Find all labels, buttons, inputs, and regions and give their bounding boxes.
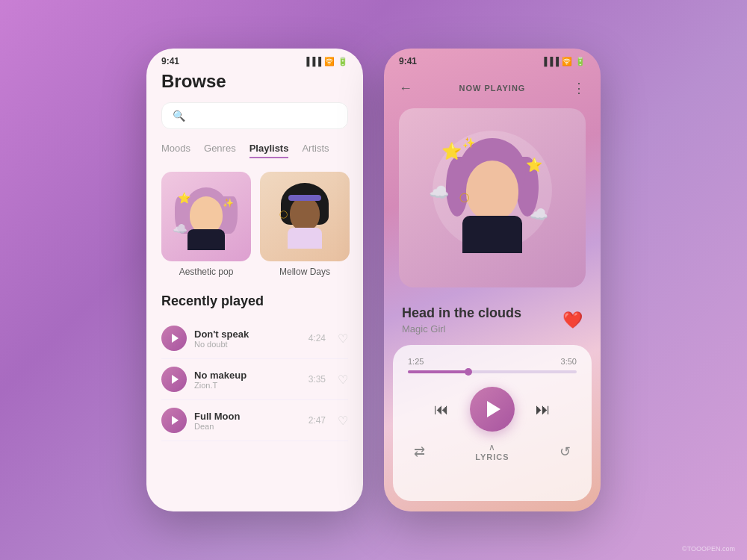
like-button-1[interactable]: ♡ xyxy=(338,332,348,346)
girl-illustration-1: ⭐ ✨ ☁️ xyxy=(169,175,244,258)
star-icon-2: ✨ xyxy=(223,198,234,208)
play-icon xyxy=(172,416,179,425)
favorite-button[interactable]: ❤️ xyxy=(562,311,583,330)
more-options-button[interactable]: ⋮ xyxy=(572,80,586,96)
album-girl-illustration: ⭐ ⭐ ✨ ☁️ ☁️ ◯ xyxy=(425,116,560,280)
earring-icon: ◯ xyxy=(279,210,288,218)
shuffle-button[interactable]: ⇄ xyxy=(414,444,425,460)
playlist-cards: ⭐ ✨ ☁️ Aesthetic pop ◯ xyxy=(161,172,348,277)
fast-forward-button[interactable]: ⏭ xyxy=(536,401,551,418)
progress-bar[interactable] xyxy=(408,370,577,373)
status-bar-browse: 9:41 ▐▐▐ 🛜 🔋 xyxy=(146,49,363,71)
star-icon-large-2: ⭐ xyxy=(526,157,542,173)
track-list: Don't speak No doubt 4:24 ♡ No makeup Zi… xyxy=(161,318,348,441)
playback-controls: ⏮ ⏭ xyxy=(408,387,577,432)
song-artist: Magic Girl xyxy=(402,323,521,335)
status-bar-np: 9:41 ▐▐▐ 🛜 🔋 xyxy=(384,49,601,71)
cloud-icon-large-1: ☁️ xyxy=(429,183,449,202)
lyrics-label: LYRICS xyxy=(475,452,509,461)
chevron-up-icon: ∧ xyxy=(489,442,495,452)
status-time: 9:41 xyxy=(161,56,179,66)
progress-fill xyxy=(408,370,468,373)
track-duration: 3:35 xyxy=(309,374,326,385)
browse-phone: 9:41 ▐▐▐ 🛜 🔋 Browse 🔍 Moods Genres Playl… xyxy=(146,49,363,511)
tab-artists[interactable]: Artists xyxy=(302,143,329,158)
np-wifi-icon: 🛜 xyxy=(562,57,572,66)
np-battery-icon: 🔋 xyxy=(575,57,586,66)
status-icons: ▐▐▐ 🛜 🔋 xyxy=(304,57,348,66)
star-icon-large-1: ⭐ xyxy=(441,142,462,161)
playlist-card-aesthetic-pop[interactable]: ⭐ ✨ ☁️ Aesthetic pop xyxy=(161,172,251,277)
track-duration: 4:24 xyxy=(309,333,326,343)
play-large-icon xyxy=(487,401,500,417)
recently-played-title: Recently played xyxy=(161,293,348,309)
playlist-name-2: Mellow Days xyxy=(279,267,330,277)
tab-playlists[interactable]: Playlists xyxy=(249,143,289,158)
play-button-1[interactable] xyxy=(161,326,187,351)
album-art: ⭐ ⭐ ✨ ☁️ ☁️ ◯ xyxy=(399,108,586,287)
time-total: 3:50 xyxy=(561,357,577,366)
track-artist: Zion.T xyxy=(194,381,301,390)
track-info-1: Don't speak No doubt xyxy=(194,329,301,349)
cloud-icon-1: ☁️ xyxy=(173,222,187,236)
cloud-icon-large-2: ☁️ xyxy=(530,205,548,223)
play-button-2[interactable] xyxy=(161,367,187,392)
track-row: Full Moon Dean 2:47 ♡ xyxy=(161,400,348,441)
battery-icon: 🔋 xyxy=(338,57,348,66)
play-button-3[interactable] xyxy=(161,408,187,433)
track-name: Full Moon xyxy=(194,411,301,422)
repeat-button[interactable]: ↺ xyxy=(560,444,571,460)
track-name: No makeup xyxy=(194,370,301,381)
np-header: ← NOW PLAYING ⋮ xyxy=(384,71,601,101)
song-details: Head in the clouds Magic Girl xyxy=(402,305,521,335)
like-button-3[interactable]: ♡ xyxy=(338,414,348,428)
playlist-name-1: Aesthetic pop xyxy=(179,267,234,277)
playlist-thumbnail-2: ◯ xyxy=(260,172,350,261)
like-button-2[interactable]: ♡ xyxy=(338,373,348,387)
track-info-3: Full Moon Dean xyxy=(194,411,301,431)
track-row: No makeup Zion.T 3:35 ♡ xyxy=(161,359,348,400)
np-content: 9:41 ▐▐▐ 🛜 🔋 ← NOW PLAYING ⋮ ⭐ ⭐ xyxy=(384,49,601,511)
girl-illustration-2: ◯ xyxy=(267,175,342,258)
lyrics-button[interactable]: ∧ LYRICS xyxy=(475,442,509,461)
wifi-icon: 🛜 xyxy=(324,57,335,66)
time-row: 1:25 3:50 xyxy=(408,357,577,366)
track-artist: No doubt xyxy=(194,340,301,349)
star-icon-large-3: ✨ xyxy=(462,137,475,149)
song-title: Head in the clouds xyxy=(402,305,521,321)
time-current: 1:25 xyxy=(408,357,424,366)
track-name: Don't speak xyxy=(194,329,301,340)
np-screen-title: NOW PLAYING xyxy=(459,84,526,93)
playlist-thumbnail-1: ⭐ ✨ ☁️ xyxy=(161,172,251,261)
playlist-card-mellow-days[interactable]: ◯ Mellow Days xyxy=(260,172,350,277)
bottom-controls: ⇄ ∧ LYRICS ↺ xyxy=(408,442,577,461)
watermark: ©TOOOPEN.com xyxy=(682,545,735,553)
search-icon: 🔍 xyxy=(173,110,185,122)
track-duration: 2:47 xyxy=(309,415,326,426)
play-pause-button[interactable] xyxy=(470,387,515,432)
tab-genres[interactable]: Genres xyxy=(204,143,236,158)
song-info: Head in the clouds Magic Girl ❤️ xyxy=(384,295,601,337)
progress-thumb xyxy=(465,368,472,376)
play-icon xyxy=(172,334,179,343)
star-icon-1: ⭐ xyxy=(178,192,190,204)
search-bar[interactable]: 🔍 xyxy=(161,102,348,129)
earring-icon-large: ◯ xyxy=(459,192,469,202)
play-icon xyxy=(172,375,179,384)
np-status-icons: ▐▐▐ 🛜 🔋 xyxy=(542,57,586,66)
category-tabs: Moods Genres Playlists Artists xyxy=(161,143,348,158)
browse-content: Browse 🔍 Moods Genres Playlists Artists xyxy=(146,71,363,511)
rewind-button[interactable]: ⏮ xyxy=(434,401,449,418)
player-area: 1:25 3:50 ⏮ ⏭ ⇄ ∧ xyxy=(393,345,592,501)
np-status-time: 9:41 xyxy=(399,56,417,66)
track-row: Don't speak No doubt 4:24 ♡ xyxy=(161,318,348,359)
back-button[interactable]: ← xyxy=(399,81,412,96)
signal-icon: ▐▐▐ xyxy=(304,57,321,66)
tab-moods[interactable]: Moods xyxy=(161,143,190,158)
track-artist: Dean xyxy=(194,422,301,431)
np-signal-icon: ▐▐▐ xyxy=(542,57,559,66)
now-playing-phone: 9:41 ▐▐▐ 🛜 🔋 ← NOW PLAYING ⋮ ⭐ ⭐ xyxy=(384,49,601,511)
page-title: Browse xyxy=(161,71,348,92)
track-info-2: No makeup Zion.T xyxy=(194,370,301,390)
progress-section: 1:25 3:50 xyxy=(408,357,577,373)
